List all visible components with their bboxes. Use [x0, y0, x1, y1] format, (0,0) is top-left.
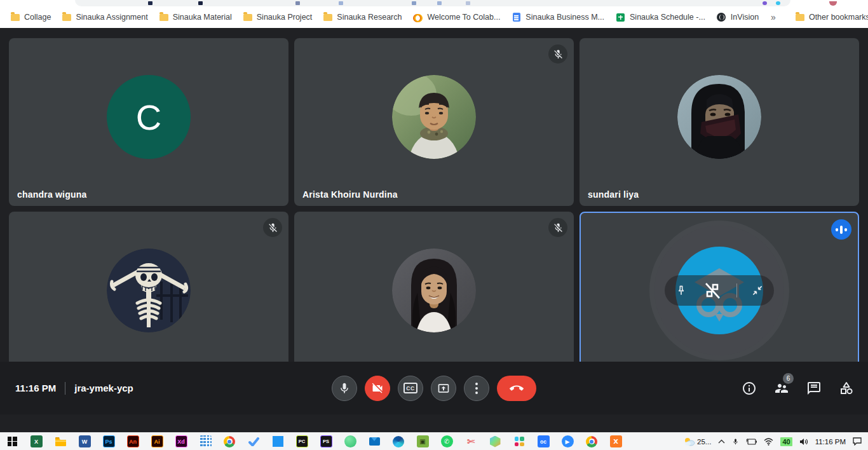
- taskbar-file-explorer[interactable]: [48, 433, 72, 450]
- taskbar-whatsapp[interactable]: ✆: [435, 433, 459, 450]
- taskbar-chrome-profile[interactable]: [580, 433, 604, 450]
- minimize-icon[interactable]: [751, 284, 764, 297]
- word-icon: W: [79, 435, 91, 447]
- taskbar-xampp[interactable]: ꓫ: [604, 433, 628, 450]
- meeting-details-button[interactable]: [742, 381, 757, 396]
- taskbar-animate[interactable]: An: [121, 433, 145, 450]
- extension-icon[interactable]: [412, 1, 416, 5]
- taskbar-excel[interactable]: X: [24, 433, 48, 450]
- meet-bottom-bar: 11:16 PM jra-ymek-ycp CC: [0, 362, 868, 414]
- bookmarks-overflow-chevron-icon[interactable]: »: [764, 12, 782, 22]
- taskbar-oc-app[interactable]: oc: [531, 433, 555, 450]
- camera-off-button[interactable]: [365, 376, 390, 401]
- taskbar-screen-recorder[interactable]: ✄: [459, 433, 483, 450]
- bookmark-sinauka-assignment[interactable]: Sinauka Assignment: [57, 10, 153, 24]
- bookmark-sinauka-project[interactable]: Sinauka Project: [238, 10, 318, 24]
- bookmark-collage[interactable]: Collage: [5, 10, 57, 24]
- bookmark-invision[interactable]: InVision: [711, 10, 764, 25]
- microphone-button[interactable]: [332, 376, 357, 401]
- bookmark-welcome-to-colab[interactable]: Welcome To Colab...: [407, 10, 506, 25]
- folder-icon: [243, 14, 252, 21]
- address-bar-fragment[interactable]: [75, 0, 790, 6]
- tray-microphone[interactable]: [732, 437, 739, 446]
- bookmark-sinauka-schedule[interactable]: Sinauka Schedule -...: [610, 10, 711, 25]
- extension-icon[interactable]: [295, 1, 300, 5]
- bookmark-sinauka-material[interactable]: Sinauka Material: [154, 10, 238, 24]
- start-button[interactable]: [0, 433, 24, 450]
- participant-tile-prastyo-yoga[interactable]: Prastyo Yoga: [9, 212, 288, 379]
- taskbar-illustrator[interactable]: Ai: [145, 433, 169, 450]
- screen-recorder-icon: ✄: [465, 435, 477, 447]
- taskbar-mail[interactable]: [362, 433, 386, 450]
- bookmark-label: Sinauka Research: [337, 13, 402, 22]
- tray-volume[interactable]: [799, 438, 808, 446]
- info-icon: [742, 381, 757, 396]
- tray-clock[interactable]: 11:16 PM: [815, 438, 846, 446]
- taskbar-todo-check[interactable]: [241, 433, 266, 450]
- end-call-button[interactable]: [497, 376, 536, 401]
- extension-icon[interactable]: [437, 1, 442, 5]
- other-bookmarks[interactable]: Other bookmarks: [790, 10, 868, 24]
- participant-tile-arista-khoiru-nurdina[interactable]: Arista Khoiru Nurdina: [294, 38, 574, 206]
- more-options-button[interactable]: [464, 376, 489, 401]
- taskbar-phpstorm[interactable]: PS: [314, 433, 338, 450]
- system-tray: 25... 40: [684, 437, 868, 446]
- wifi-icon: [764, 438, 773, 446]
- participant-tile-ramandani-irma-sari[interactable]: Ramandani Irma sari: [294, 212, 574, 379]
- taskbar-slack[interactable]: [507, 433, 531, 450]
- animate-icon: An: [127, 435, 139, 447]
- taskbar-calendar[interactable]: [193, 433, 217, 450]
- taskbar-android-emulator[interactable]: [338, 433, 362, 450]
- extension-icon[interactable]: [148, 1, 153, 5]
- phpstorm-icon: PS: [320, 435, 332, 447]
- taskbar-photoshop[interactable]: Ps: [97, 433, 121, 450]
- pin-icon[interactable]: [675, 284, 688, 297]
- taskbar-edge[interactable]: [386, 433, 410, 450]
- bookmark-label: Sinauka Assignment: [76, 13, 147, 22]
- tray-expand-chevron[interactable]: [718, 439, 725, 444]
- call-controls: CC: [332, 376, 536, 401]
- taskbar-video-call-app[interactable]: ▶: [555, 433, 580, 450]
- windows-logo-icon: [8, 437, 17, 446]
- action-center[interactable]: [853, 437, 862, 446]
- taskbar-word[interactable]: W: [72, 433, 97, 450]
- taskbar-vscode[interactable]: [266, 433, 290, 450]
- tray-battery[interactable]: [746, 438, 757, 445]
- profile-avatar[interactable]: [829, 1, 837, 6]
- battery-percent-badge[interactable]: 40: [780, 437, 792, 446]
- taskbar-pycharm[interactable]: PC: [290, 433, 314, 450]
- speaker-icon: [799, 438, 808, 446]
- extension-icon[interactable]: [198, 1, 203, 5]
- activities-button[interactable]: [839, 381, 854, 396]
- remove-tile-icon[interactable]: [702, 280, 723, 301]
- extension-icon[interactable]: [763, 1, 767, 5]
- bookmarks-bar: Collage Sinauka Assignment Sinauka Mater…: [0, 6, 868, 28]
- tray-wifi[interactable]: [764, 438, 773, 446]
- taskbar-adobe-xd[interactable]: Xd: [169, 433, 193, 450]
- extension-icon[interactable]: [776, 1, 780, 5]
- participant-tile-chandra-wiguna[interactable]: C chandra wiguna: [9, 38, 288, 206]
- bookmark-sinauka-business[interactable]: Sinauka Business M...: [506, 10, 610, 25]
- photo-avatar: [392, 75, 476, 159]
- weather-widget[interactable]: 25...: [684, 437, 711, 446]
- participant-tile-sundari-liya[interactable]: sundari liya: [580, 38, 859, 206]
- participant-name: sundari liya: [588, 189, 639, 200]
- taskbar-camera-app[interactable]: ▣: [410, 433, 435, 450]
- present-screen-button[interactable]: [431, 376, 456, 401]
- oc-app-icon: oc: [538, 435, 550, 447]
- taskbar-hexagon-app[interactable]: [483, 433, 507, 450]
- bookmark-sinauka-research[interactable]: Sinauka Research: [318, 10, 407, 24]
- extension-icon[interactable]: [466, 1, 470, 5]
- more-options-icon: [475, 383, 478, 394]
- chat-button[interactable]: [806, 381, 822, 396]
- captions-button[interactable]: CC: [398, 376, 423, 401]
- extension-icon[interactable]: [339, 1, 343, 5]
- avatar: [392, 249, 476, 332]
- people-button[interactable]: 6: [774, 381, 789, 396]
- camera-app-icon: ▣: [417, 435, 429, 447]
- taskbar-chrome[interactable]: [217, 433, 241, 450]
- mic-off-icon: [548, 44, 567, 64]
- folder-icon: [323, 14, 332, 21]
- hexagon-app-icon: [490, 436, 501, 447]
- participant-tile-you[interactable]: You: [580, 212, 859, 379]
